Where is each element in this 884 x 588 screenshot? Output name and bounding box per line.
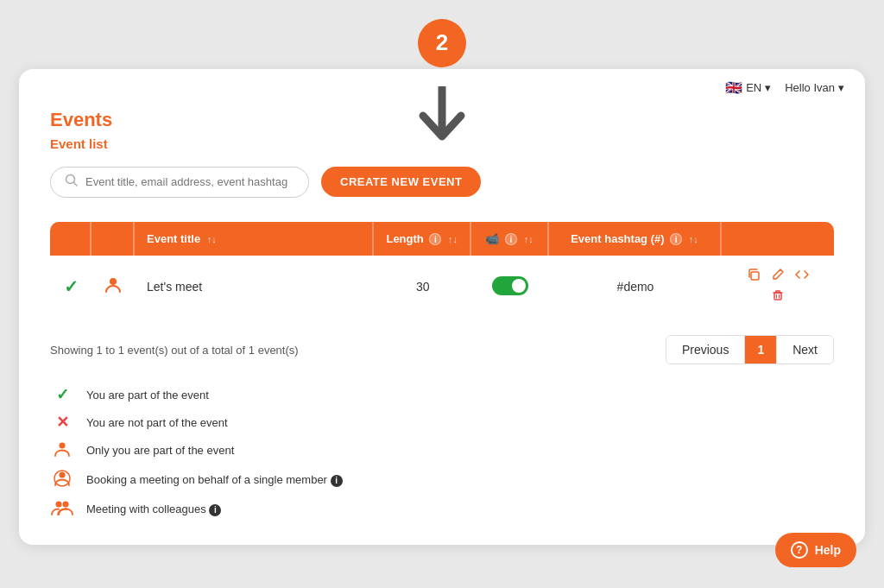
row-video-toggle[interactable] bbox=[471, 256, 549, 318]
legend: ✓ You are part of the event ✕ You are no… bbox=[50, 385, 834, 519]
table-row: ✓ Let's meet 30 bbox=[50, 256, 834, 318]
row-hashtag: #demo bbox=[549, 256, 722, 318]
col-header-length[interactable]: Length i ↑↓ bbox=[374, 222, 471, 256]
hashtag-info-icon[interactable]: i bbox=[670, 233, 682, 245]
sort-icon[interactable]: ↑↓ bbox=[207, 234, 217, 244]
row-title: Let's meet bbox=[135, 256, 374, 318]
legend-check-text: You are part of the event bbox=[86, 389, 209, 401]
lang-chevron-icon: ▾ bbox=[765, 81, 771, 94]
copy-button[interactable] bbox=[743, 266, 764, 287]
legend-persons-multi-text: Meeting with colleagues i bbox=[86, 503, 221, 516]
current-page: 1 bbox=[744, 336, 777, 364]
legend-person-ring-text: Booking a meeting on behalf of a single … bbox=[86, 473, 343, 487]
events-table: Event title ↑↓ Length i ↑↓ 📹 i ↑↓ Eve bbox=[50, 222, 834, 319]
edit-button[interactable] bbox=[767, 266, 788, 287]
length-sort-icon[interactable]: ↑↓ bbox=[448, 234, 458, 244]
legend-cross-icon: ✕ bbox=[50, 413, 74, 432]
search-icon bbox=[65, 174, 79, 191]
row-actions bbox=[722, 256, 834, 318]
col-header-hashtag[interactable]: Event hashtag (#) i ↑↓ bbox=[549, 222, 722, 256]
search-box[interactable] bbox=[50, 167, 309, 198]
video-info-icon[interactable]: i bbox=[505, 233, 517, 245]
svg-rect-3 bbox=[751, 272, 759, 280]
legend-item-person: Only you are part of the event bbox=[50, 440, 834, 460]
col-header-video[interactable]: 📹 i ↑↓ bbox=[471, 222, 549, 256]
svg-point-11 bbox=[63, 502, 69, 508]
code-button[interactable] bbox=[792, 266, 812, 287]
create-event-button[interactable]: CREATE NEW EVENT bbox=[321, 167, 481, 197]
legend-item-cross: ✕ You are not part of the event bbox=[50, 413, 834, 432]
language-selector[interactable]: 🇬🇧 EN ▾ bbox=[725, 79, 771, 96]
showing-text: Showing 1 to 1 event(s) out of a total o… bbox=[50, 344, 299, 357]
info-icon: i bbox=[331, 475, 343, 487]
legend-cross-text: You are not part of the event bbox=[86, 416, 228, 429]
next-button[interactable]: Next bbox=[777, 336, 833, 364]
search-input[interactable] bbox=[85, 175, 294, 188]
length-info-icon[interactable]: i bbox=[429, 233, 441, 245]
legend-item-persons-multi: Meeting with colleagues i bbox=[50, 499, 834, 519]
pagination: Previous 1 Next bbox=[666, 335, 834, 364]
col-header-actions bbox=[722, 222, 834, 256]
person-icon bbox=[104, 281, 123, 298]
video-toggle[interactable] bbox=[492, 276, 528, 295]
col-header-icon bbox=[92, 222, 135, 256]
row-status: ✓ bbox=[50, 256, 92, 318]
user-chevron-icon: ▾ bbox=[838, 81, 844, 94]
col-header-title[interactable]: Event title ↑↓ bbox=[135, 222, 374, 256]
previous-button[interactable]: Previous bbox=[666, 336, 744, 364]
svg-rect-4 bbox=[774, 293, 781, 300]
search-row: CREATE NEW EVENT bbox=[50, 167, 834, 198]
legend-item-check: ✓ You are part of the event bbox=[50, 385, 834, 404]
legend-check-icon: ✓ bbox=[50, 385, 74, 404]
row-type-icon bbox=[92, 256, 135, 318]
info-icon-2: i bbox=[209, 504, 221, 516]
delete-button[interactable] bbox=[767, 287, 788, 307]
svg-point-8 bbox=[60, 472, 66, 478]
user-menu[interactable]: Hello Ivan ▾ bbox=[785, 81, 844, 94]
svg-point-2 bbox=[110, 278, 117, 285]
svg-point-10 bbox=[56, 502, 62, 508]
video-camera-icon: 📹 bbox=[485, 232, 499, 245]
svg-line-1 bbox=[74, 182, 78, 186]
hashtag-sort-icon[interactable]: ↑↓ bbox=[689, 234, 698, 244]
video-sort-icon[interactable]: ↑↓ bbox=[524, 234, 534, 244]
col-header-status bbox=[50, 222, 92, 256]
legend-item-person-ring: Booking a meeting on behalf of a single … bbox=[50, 469, 834, 490]
legend-persons-multi-icon bbox=[50, 499, 74, 519]
help-button[interactable]: ? Help bbox=[775, 533, 856, 567]
arrow-down-icon bbox=[418, 86, 466, 155]
header-bar: 🇬🇧 EN ▾ Hello Ivan ▾ bbox=[725, 79, 844, 96]
svg-point-7 bbox=[60, 443, 66, 449]
row-length: 30 bbox=[374, 256, 471, 318]
legend-person-text: Only you are part of the event bbox=[86, 444, 234, 457]
status-check-icon: ✓ bbox=[64, 277, 79, 296]
legend-person-icon bbox=[50, 440, 74, 460]
step-indicator: 2 bbox=[418, 19, 466, 67]
legend-person-ring-icon bbox=[50, 469, 74, 490]
pagination-row: Showing 1 to 1 event(s) out of a total o… bbox=[50, 335, 834, 364]
flag-icon: 🇬🇧 bbox=[725, 79, 742, 96]
help-circle-icon: ? bbox=[791, 541, 808, 559]
